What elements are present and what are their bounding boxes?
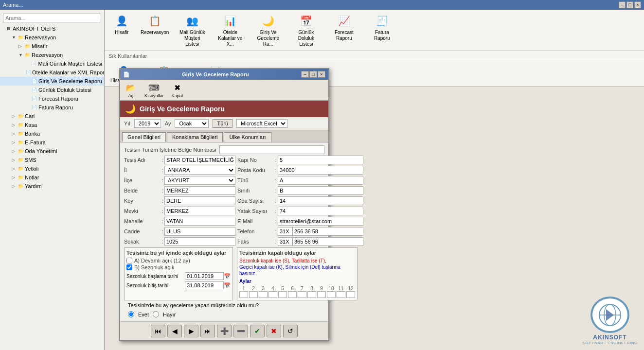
telefon-no-input[interactable] (292, 227, 363, 236)
il-select[interactable]: ANKARA (164, 166, 235, 175)
add-button[interactable]: ➕ (217, 325, 232, 337)
sms-label: SMS (25, 157, 36, 163)
sidebar-item-otelde[interactable]: 📄 Otelde Kalanlar ve XML Raporu (0, 68, 104, 77)
email-input[interactable] (278, 217, 363, 226)
sidebar-item-rezervasyon[interactable]: ▼ 📁 Rezervasyon (0, 33, 104, 42)
mevki-input[interactable] (164, 207, 235, 215)
yardim-label: Yardım (25, 183, 42, 189)
dialog-max-button[interactable]: □ (309, 71, 317, 78)
month-cb-10[interactable] (327, 291, 336, 298)
tab-ulke[interactable]: Ülke Konumları (224, 132, 271, 142)
sidebar-item-mali[interactable]: 📄 Mali Günlük Müşteri Listesi (0, 59, 104, 68)
month-cb-3[interactable] (259, 291, 268, 298)
sidebar-item-giris[interactable]: 📄 Giriş Ve Geceleme Raporu (0, 77, 104, 86)
computer-icon: 🖥 (5, 25, 12, 32)
sinifi-input[interactable] (278, 186, 363, 195)
sidebar-item-gunluk[interactable]: 📄 Günlük Doluluk Listesi (0, 86, 104, 94)
prev-record-button[interactable]: ◀ (167, 325, 182, 337)
kapi-no-input[interactable] (278, 156, 363, 164)
moon-icon: 🌙 (125, 104, 136, 114)
turu-button[interactable]: Türü (213, 119, 233, 128)
sidebar-item-oda[interactable]: ▷ 📁 Oda Yönetimi (0, 147, 104, 156)
faks-no-input[interactable] (292, 237, 363, 246)
yatak-sayisi-input[interactable] (278, 207, 363, 215)
search-input[interactable] (3, 14, 101, 22)
dialog-close-button[interactable]: × (318, 71, 325, 78)
koy-label: Köy (124, 198, 161, 204)
delete-button[interactable]: ➖ (233, 325, 248, 337)
next-record-button[interactable]: ▶ (184, 325, 198, 337)
baslama-calendar-icon[interactable]: 📅 (224, 273, 231, 280)
month-cb-7[interactable] (298, 291, 306, 298)
sezonluk-checkbox[interactable] (126, 264, 132, 270)
dialog-min-button[interactable]: – (301, 71, 309, 78)
sokak-input[interactable] (164, 237, 235, 246)
sidebar-item-notlar[interactable]: ▷ 📁 Notlar (0, 173, 104, 182)
yetkili-label: Yetkili (25, 166, 38, 172)
evet-radio[interactable] (128, 311, 134, 317)
dialog-tool-kapat[interactable]: ✖ Kapat (170, 81, 185, 99)
telefon-alan-input[interactable] (278, 227, 292, 236)
rsep5: : (274, 198, 278, 204)
sidebar-item-fatura[interactable]: 📄 Fatura Raporu (0, 103, 104, 112)
kapi-no-row: Kapı No : (237, 156, 363, 164)
maximize-button[interactable]: □ (626, 1, 633, 8)
dialog-tool-ac[interactable]: 📂 Aç (123, 81, 139, 99)
tab-konaklama[interactable]: Konaklama Bilgileri (167, 132, 223, 142)
bitis-calendar-icon[interactable]: 📅 (224, 282, 231, 289)
mahalle-input[interactable] (164, 217, 235, 226)
excel-select[interactable]: Microsoft Excel (236, 119, 287, 128)
last-record-button[interactable]: ⏭ (200, 325, 215, 337)
month-num-12: 12 (346, 286, 355, 291)
yil-select[interactable]: 2019 (134, 119, 161, 128)
month-cb-6[interactable] (288, 291, 297, 298)
close-button[interactable]: × (634, 1, 641, 8)
month-cb-4[interactable] (268, 291, 277, 298)
bitis-tarihi-input[interactable] (185, 281, 224, 289)
tesis-adi-input[interactable] (164, 156, 235, 164)
turu-input[interactable] (278, 176, 363, 185)
sidebar-item-efatura[interactable]: ▷ 📁 E-Fatura (0, 138, 104, 147)
sidebar-item-yardim[interactable]: ▷ 📁 Yardım (0, 182, 104, 191)
hayir-radio[interactable] (153, 311, 159, 317)
month-cb-5[interactable] (278, 291, 287, 298)
ilce-select[interactable]: AKYURT (164, 176, 235, 185)
tree-root[interactable]: 🖥 AKINSOFT Otel S (0, 24, 104, 33)
minimize-button[interactable]: – (619, 1, 626, 8)
dialog-title: Giriş Ve Geceleme Raporu (182, 71, 249, 77)
month-cb-2[interactable] (249, 291, 258, 298)
month-cb-1[interactable] (239, 291, 248, 298)
telefon-row: Telefon : (237, 227, 363, 236)
sidebar-item-forecast[interactable]: 📄 Forecast Raporu (0, 94, 104, 103)
sidebar-item-misafir[interactable]: ▷ 📁 Misafir (0, 42, 104, 51)
refresh-button[interactable]: ↺ (283, 325, 298, 337)
month-cb-9[interactable] (317, 291, 326, 298)
folder-icon-kasa: 📁 (17, 122, 24, 128)
oda-sayisi-input[interactable] (278, 196, 363, 205)
sidebar-item-cari[interactable]: ▷ 📁 Cari (0, 112, 104, 121)
month-cb-12[interactable] (346, 291, 355, 298)
sidebar-item-sms[interactable]: ▷ 📁 SMS (0, 156, 104, 164)
sidebar-item-banka[interactable]: ▷ 📁 Banka (0, 129, 104, 138)
sidebar-item-rezervasyon2[interactable]: ▼ 📁 Rezervasyon (0, 51, 104, 59)
month-cb-11[interactable] (337, 291, 345, 298)
ay-select[interactable]: Ocak (175, 119, 209, 128)
posta-kodu-input[interactable] (278, 166, 363, 175)
tab-genel[interactable]: Genel Bilgileri (122, 132, 166, 142)
faks-alan-input[interactable] (278, 237, 292, 246)
baslama-tarihi-input[interactable] (185, 272, 224, 280)
cancel-button[interactable]: ✖ (267, 325, 281, 337)
cadde-input[interactable] (164, 227, 235, 236)
belge-no-input[interactable] (219, 145, 324, 154)
month-cb-8[interactable] (307, 291, 316, 298)
dialog-tool-kisayollar[interactable]: ⌨ Kısayollar (143, 81, 166, 99)
sidebar-item-kasa[interactable]: ▷ 📁 Kasa (0, 121, 104, 129)
belde-input[interactable] (164, 186, 235, 195)
first-record-button[interactable]: ⏮ (151, 325, 165, 337)
koy-input[interactable] (164, 196, 235, 205)
devamli-checkbox[interactable] (126, 258, 132, 263)
sidebar-search-container (0, 12, 104, 24)
sidebar-item-yetkili[interactable]: ▷ 📁 Yetkili (0, 164, 104, 173)
save-button[interactable]: ✔ (250, 325, 265, 337)
sep9: : (161, 239, 164, 245)
